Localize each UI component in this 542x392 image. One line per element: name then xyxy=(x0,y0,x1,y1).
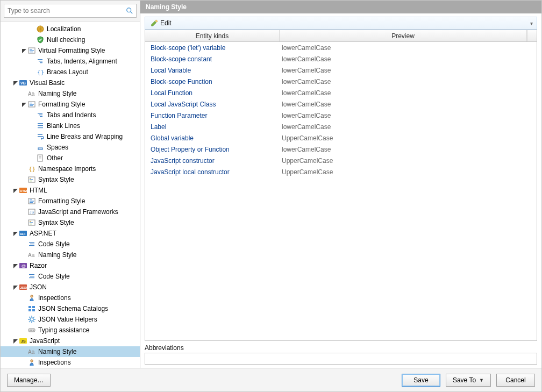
tree-item[interactable]: Inspections xyxy=(1,357,140,368)
entity-link[interactable]: JavaScript constructor xyxy=(151,157,215,165)
grid-row[interactable]: Local VariablelowerCamelCase xyxy=(145,65,537,76)
tree-item[interactable]: Formatting Style xyxy=(1,99,140,110)
tree-item[interactable]: AaNaming Style xyxy=(1,88,140,99)
preview-cell: lowerCamelCase xyxy=(280,55,537,63)
grid-row[interactable]: JavaScript local constructorUpperCamelCa… xyxy=(145,166,537,177)
toolbar-overflow-button[interactable]: ▾ xyxy=(526,20,533,26)
tree-item[interactable]: {}Braces Layout xyxy=(1,67,140,77)
tree-item[interactable]: Blank Lines xyxy=(1,120,140,131)
grid-row[interactable]: LabellowerCamelCase xyxy=(145,121,537,132)
save-to-button[interactable]: Save To ▼ xyxy=(446,374,491,387)
entity-link[interactable]: Local Function xyxy=(151,89,192,97)
expand-arrow-icon[interactable] xyxy=(12,284,19,290)
entity-cell[interactable]: Local Variable xyxy=(145,67,280,74)
entity-link[interactable]: Local JavaScript Class xyxy=(151,101,216,108)
save-button[interactable]: Save xyxy=(402,374,440,387)
tree-item[interactable]: Other xyxy=(1,153,140,163)
manage-button[interactable]: Manage… xyxy=(7,374,51,387)
grid-row[interactable]: JavaScript constructorUpperCamelCase xyxy=(145,155,537,166)
expand-arrow-icon[interactable] xyxy=(12,187,19,194)
tree-item[interactable]: Inspections xyxy=(1,293,140,303)
svg-line-1 xyxy=(131,12,133,14)
tree-item[interactable]: Line Breaks and Wrapping xyxy=(1,131,140,142)
abbreviations-input[interactable] xyxy=(145,353,537,365)
tree-item[interactable]: Spaces xyxy=(1,142,140,153)
aa-icon: Aa xyxy=(27,347,36,356)
entity-link[interactable]: Block-scope Function xyxy=(151,78,212,85)
tree-item[interactable]: JSJavaScript xyxy=(1,336,140,346)
tree-item[interactable]: {}Namespace Imports xyxy=(1,163,140,174)
entity-link[interactable]: Local Variable xyxy=(151,67,191,74)
col-header-entity[interactable]: Entity kinds xyxy=(145,30,280,41)
entity-cell[interactable]: Object Property or Function xyxy=(145,146,280,153)
tree-item[interactable]: HTMLHTML xyxy=(1,185,140,196)
entity-link[interactable]: Object Property or Function xyxy=(151,146,230,153)
tree-item[interactable]: JSON Value Helpers xyxy=(1,314,140,325)
tree-item[interactable]: Tabs, Indents, Alignment xyxy=(1,56,140,67)
expand-arrow-icon[interactable] xyxy=(12,80,19,86)
tree-item[interactable]: aspASP.NET xyxy=(1,228,140,239)
tree-item-label: Code Style xyxy=(38,273,70,280)
tree-item[interactable]: Formatting Style xyxy=(1,196,140,206)
expand-arrow-icon[interactable] xyxy=(12,262,19,269)
tree-item[interactable]: AaNaming Style xyxy=(1,346,140,357)
tree-item[interactable]: Null checking xyxy=(1,34,140,45)
tree-item[interactable]: Localization xyxy=(1,24,140,34)
cancel-button[interactable]: Cancel xyxy=(496,374,535,387)
edit-button[interactable]: Edit xyxy=(148,18,174,28)
tree-item[interactable]: Tabs and Indents xyxy=(1,110,140,120)
col-header-preview-label: Preview xyxy=(391,32,415,40)
entity-cell[interactable]: Local Function xyxy=(145,89,280,97)
tree-item[interactable]: Syntax Style xyxy=(1,217,140,228)
entity-cell[interactable]: Function Parameter xyxy=(145,112,280,119)
entity-cell[interactable]: JavaScript local constructor xyxy=(145,168,280,176)
expand-arrow-icon[interactable] xyxy=(12,230,19,237)
tree-item[interactable]: AaNaming Style xyxy=(1,250,140,260)
tree-item[interactable]: Code Style xyxy=(1,271,140,282)
tree-item[interactable]: @Razor xyxy=(1,260,140,271)
grid-row[interactable]: Block-scope FunctionlowerCamelCase xyxy=(145,76,537,87)
entity-cell[interactable]: Local JavaScript Class xyxy=(145,101,280,108)
entity-cell[interactable]: Block-scope constant xyxy=(145,55,280,63)
tree-item[interactable]: Virtual Formatting Style xyxy=(1,45,140,56)
svg-point-0 xyxy=(127,8,131,12)
tree-item[interactable]: JSJavaScript and Frameworks xyxy=(1,206,140,217)
tree-item[interactable]: JSONJSON xyxy=(1,282,140,293)
options-dialog: LocalizationNull checkingVirtual Formatt… xyxy=(0,0,542,392)
entity-link[interactable]: Block-scope ('let') variable xyxy=(151,44,225,52)
entity-link[interactable]: Block-scope constant xyxy=(151,55,212,63)
entity-cell[interactable]: Global variable xyxy=(145,134,280,142)
grid-row[interactable]: Global variableUpperCamelCase xyxy=(145,132,537,144)
search-box[interactable] xyxy=(4,4,137,18)
svg-rect-62 xyxy=(32,306,35,308)
tree-item[interactable]: Typing assistance xyxy=(1,325,140,336)
entity-link[interactable]: Label xyxy=(151,123,166,131)
grid-row[interactable]: Block-scope ('let') variablelowerCamelCa… xyxy=(145,42,537,53)
options-tree[interactable]: LocalizationNull checkingVirtual Formatt… xyxy=(1,21,140,368)
expand-arrow-icon[interactable] xyxy=(21,101,27,108)
expand-arrow-icon[interactable] xyxy=(12,338,19,344)
search-input[interactable] xyxy=(6,6,125,15)
tree-item[interactable]: Syntax Style xyxy=(1,174,140,185)
preview-cell: lowerCamelCase xyxy=(280,44,537,52)
tree-item[interactable]: Code Style xyxy=(1,239,140,250)
entity-cell[interactable]: Block-scope Function xyxy=(145,78,280,85)
grid-row[interactable]: Local JavaScript ClasslowerCamelCase xyxy=(145,98,537,110)
entity-cell[interactable]: Block-scope ('let') variable xyxy=(145,44,280,52)
entity-cell[interactable]: JavaScript constructor xyxy=(145,157,280,165)
col-header-preview[interactable]: Preview xyxy=(280,30,527,41)
entity-cell[interactable]: Label xyxy=(145,123,280,131)
abbreviations-label: Abbreviations xyxy=(145,344,537,352)
grid-row[interactable]: Local FunctionlowerCamelCase xyxy=(145,87,537,98)
tree-item[interactable]: JSON Schema Catalogs xyxy=(1,303,140,314)
grid-row[interactable]: Function ParameterlowerCamelCase xyxy=(145,110,537,121)
entity-link[interactable]: Global variable xyxy=(151,134,194,142)
aa-icon: Aa xyxy=(27,251,36,259)
grid-body[interactable]: Block-scope ('let') variablelowerCamelCa… xyxy=(145,42,537,340)
entity-link[interactable]: Function Parameter xyxy=(151,112,207,119)
grid-row[interactable]: Block-scope constantlowerCamelCase xyxy=(145,53,537,65)
tree-item[interactable]: VBVisual Basic xyxy=(1,77,140,88)
grid-row[interactable]: Object Property or FunctionlowerCamelCas… xyxy=(145,144,537,155)
expand-arrow-icon[interactable] xyxy=(21,47,27,54)
entity-link[interactable]: JavaScript local constructor xyxy=(151,168,230,176)
